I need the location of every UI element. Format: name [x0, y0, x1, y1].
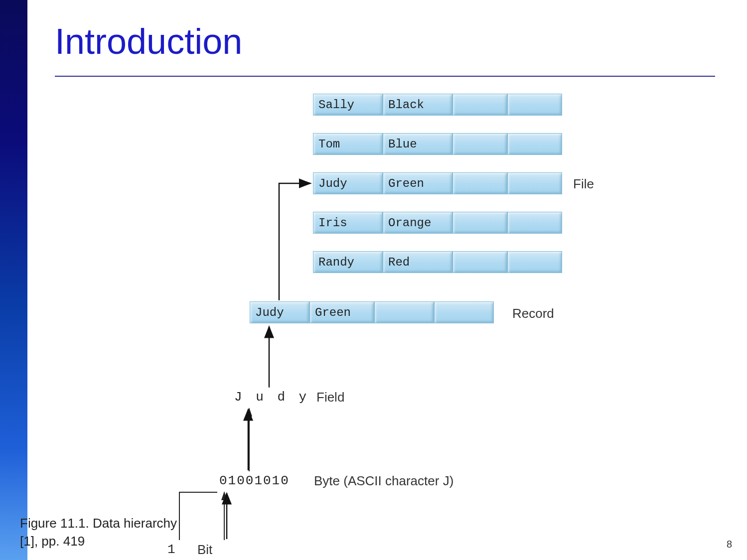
label-file: File: [573, 176, 594, 192]
file-cell: [507, 133, 562, 155]
file-cell: [452, 212, 507, 234]
file-cell: Black: [383, 94, 452, 116]
file-cell: [507, 94, 562, 116]
slide-title: Introduction: [55, 21, 242, 62]
file-cell: Green: [383, 172, 452, 194]
page-number: 8: [727, 539, 732, 550]
record-cell: [374, 301, 434, 323]
file-cell: Orange: [383, 212, 452, 234]
caption-line1: Figure 11.1. Data hierarchy: [20, 516, 177, 531]
title-rule: [55, 76, 715, 77]
label-byte: Byte (ASCII character J): [314, 473, 453, 489]
file-cell: Red: [383, 251, 452, 273]
file-cell: Sally: [313, 94, 383, 116]
file-cell: [507, 251, 562, 273]
field-text: J u d y: [234, 390, 309, 405]
file-cell: Tom: [313, 133, 383, 155]
label-field: Field: [316, 390, 344, 405]
file-cell: [507, 172, 562, 194]
file-cell: Randy: [313, 251, 383, 273]
file-cell: [452, 94, 507, 116]
byte-text: 01001010: [219, 473, 290, 488]
figure-caption: Figure 11.1. Data hierarchy [1], pp. 419: [20, 514, 177, 551]
caption-line2: [1], pp. 419: [20, 534, 85, 549]
file-cell: [452, 133, 507, 155]
record-cell: Green: [309, 301, 374, 323]
record-cell: [434, 301, 494, 323]
label-record: Record: [512, 306, 554, 321]
file-cell: Judy: [313, 172, 383, 194]
label-bit: Bit: [197, 542, 212, 558]
file-cell: [452, 172, 507, 194]
file-cell: Iris: [313, 212, 383, 234]
file-cell: [507, 212, 562, 234]
record-cell: Judy: [250, 301, 309, 323]
slide-sidebar: [0, 0, 27, 560]
file-cell: [452, 251, 507, 273]
file-cell: Blue: [383, 133, 452, 155]
